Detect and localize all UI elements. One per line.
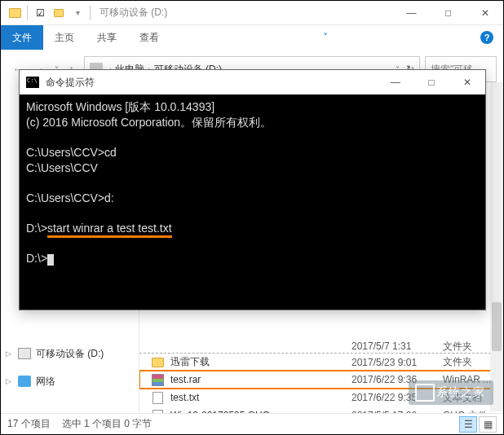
sidebar-label: 网络 <box>36 375 55 389</box>
quick-access-toolbar: ☑ ▾ <box>6 4 93 22</box>
file-row-partial[interactable]: 2017/5/7 1:31 文件夹 <box>139 340 503 353</box>
cmd-maximize-button[interactable]: □ <box>413 71 449 94</box>
folder-icon <box>6 4 24 22</box>
ribbon-expand[interactable]: ˅ <box>312 25 339 50</box>
cmd-window-controls: — □ ✕ <box>378 71 485 94</box>
file-date: 2017/6/22 9:35 <box>351 392 443 403</box>
quick-access-dropdown[interactable]: ▾ <box>69 4 86 22</box>
cmd-line: C:\Users\CCV>d: <box>26 191 114 204</box>
help-icon[interactable]: ? <box>480 31 493 44</box>
tab-share[interactable]: 共享 <box>86 25 128 50</box>
minimize-button[interactable]: — <box>393 2 430 24</box>
maximize-button[interactable]: □ <box>430 2 466 24</box>
sidebar-item-drive[interactable]: ▷ 可移动设备 (D:) <box>1 345 139 362</box>
divider <box>27 6 28 20</box>
explorer-titlebar: ☑ ▾ 可移动设备 (D:) — □ ✕ <box>1 1 503 25</box>
cmd-line: Microsoft Windows [版本 10.0.14393] <box>26 100 214 113</box>
cmd-line: C:\Users\CCV>cd <box>26 146 117 159</box>
divider <box>90 6 91 20</box>
cmd-line: (c) 2016 Microsoft Corporation。保留所有权利。 <box>26 116 272 129</box>
file-name: test.txt <box>170 392 351 403</box>
window-controls: — □ ✕ <box>393 2 503 24</box>
drive-icon <box>18 348 31 359</box>
cmd-cursor <box>47 254 54 266</box>
cmd-command-highlighted: start winrar a test test.txt <box>47 222 172 238</box>
status-count: 17 个项目 <box>7 417 51 431</box>
txt-icon <box>151 391 164 404</box>
window-title: 可移动设备 (D:) <box>99 6 167 20</box>
cmd-window: 命令提示符 — □ ✕ Microsoft Windows [版本 10.0.1… <box>19 69 486 310</box>
cmd-line: C:\Users\CCV <box>26 161 98 174</box>
chevron-right-icon[interactable]: ▷ <box>6 349 11 358</box>
file-row[interactable]: 迅雷下载2017/5/23 9:01文件夹 <box>139 353 503 371</box>
scrollbar-thumb[interactable] <box>492 302 502 351</box>
cmd-terminal[interactable]: Microsoft Windows [版本 10.0.14393] (c) 20… <box>20 94 485 310</box>
view-buttons: ☰ ▦ <box>459 416 497 433</box>
sidebar-item-network[interactable]: ▷ 网络 <box>1 372 139 390</box>
sidebar-label: 可移动设备 (D:) <box>36 347 104 361</box>
cmd-prompt: D:\> <box>26 252 47 265</box>
cmd-prompt: D:\> <box>26 222 47 235</box>
file-name: 迅雷下载 <box>170 355 351 369</box>
folder-small-icon <box>50 4 68 22</box>
file-date: 2017/5/23 9:01 <box>351 357 443 368</box>
cmd-minimize-button[interactable]: — <box>378 71 413 94</box>
file-name: test.rar <box>170 374 351 385</box>
cmd-icon <box>26 77 39 88</box>
file-row[interactable]: test.txt2017/6/22 9:35文本文档 <box>139 389 503 406</box>
checkbox-icon[interactable]: ☑ <box>31 4 49 22</box>
cmd-titlebar[interactable]: 命令提示符 — □ ✕ <box>20 70 485 94</box>
network-icon <box>18 376 31 387</box>
tab-home[interactable]: 主页 <box>43 25 86 50</box>
tab-view[interactable]: 查看 <box>128 25 170 50</box>
rar-icon <box>151 373 164 386</box>
ribbon-tabs: 文件 主页 共享 查看 ˅ ? <box>1 25 503 50</box>
close-button[interactable]: ✕ <box>466 2 503 24</box>
folder-icon <box>151 356 164 369</box>
tab-file[interactable]: 文件 <box>1 25 43 50</box>
file-row[interactable]: test.rar2017/6/22 9:36WinRAR ... <box>139 371 503 389</box>
file-row[interactable]: Win10-20170505.GHO2017/5/5 17:00GHO 文件 <box>139 406 503 413</box>
vertical-scrollbar[interactable] <box>490 82 503 411</box>
chevron-right-icon[interactable]: ▷ <box>6 377 11 385</box>
status-bar: 17 个项目 选中 1 个项目 0 字节 ☰ ▦ <box>1 413 503 434</box>
view-details-button[interactable]: ☰ <box>459 416 477 433</box>
file-date: 2017/6/22 9:36 <box>351 374 443 385</box>
status-selection: 选中 1 个项目 0 字节 <box>62 417 153 431</box>
cmd-title: 命令提示符 <box>46 76 95 90</box>
view-icons-button[interactable]: ▦ <box>479 416 497 433</box>
cmd-close-button[interactable]: ✕ <box>449 71 485 94</box>
